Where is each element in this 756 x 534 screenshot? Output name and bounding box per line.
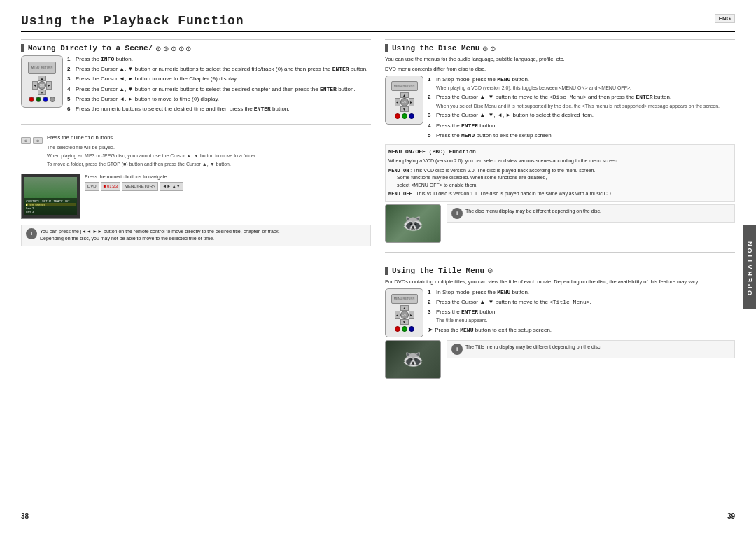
title-disc-icon: ⊙ xyxy=(487,267,493,274)
menu-on-off: MENU ON/OFF (PBC) Function When playing … xyxy=(385,144,735,202)
disc-step-1-note: When playing a VCD (version 2.0), this t… xyxy=(436,85,735,92)
disc-step-3: 3Press the Cursor ▲, ▼, ◄, ► button to s… xyxy=(428,111,735,119)
page-header: Using the Playback Function ENG xyxy=(21,14,735,32)
title-step-3-note: The title menu appears. xyxy=(436,317,735,324)
operation-tab: OPERATION xyxy=(743,225,756,309)
right-column: Using the Disc Menu ⊙ ⊙ You can use the … xyxy=(385,39,735,508)
moving-content: MENU RETURN ▲ ◄ OK ► ▼ xyxy=(21,55,371,115)
disc-icons: ⊙ ⊙ ⊙ ⊙ ⊙ xyxy=(155,45,191,52)
disc-step-2: 2Press the Cursor ▲, ▼ button to move to… xyxy=(428,93,735,109)
page-container: Using the Playback Function ENG Moving D… xyxy=(0,0,756,534)
page-num-right: 39 xyxy=(727,512,735,520)
moving-section: Moving Directly to a Scene/ ⊙ ⊙ ⊙ ⊙ ⊙ ME… xyxy=(21,39,371,115)
steps-list: 1Press the INFO button. 2Press the Curso… xyxy=(67,55,371,113)
moving-section-header: Moving Directly to a Scene/ ⊙ ⊙ ⊙ ⊙ ⊙ xyxy=(21,44,371,52)
title-note: i The Title menu display may be differen… xyxy=(447,340,735,358)
disc-note-icon: i xyxy=(451,208,463,219)
title-steps-list: 1In Stop mode, press the MENU button. 2P… xyxy=(428,288,735,333)
title-arrow-step: ➤ Press the MENU button to exit the setu… xyxy=(428,326,735,333)
remote-illustration: MENU RETURN ▲ ◄ OK ► ▼ xyxy=(21,55,63,108)
step-6: 6Press the numeric buttons to select the… xyxy=(67,105,371,113)
title-menu-section: Using the Title Menu ⊙ For DVDs containi… xyxy=(385,262,735,379)
disc-menu-content: MENU RETURN ▲ ◄ OK ► ▼ xyxy=(385,76,735,142)
note-text-left: You can press the |◄◄|►► button on the r… xyxy=(40,228,280,243)
disc-menu-header: Using the Disc Menu ⊙ ⊙ xyxy=(385,44,735,52)
btn-2: ⊙ xyxy=(33,137,43,144)
disc-menu-title: Using the Disc Menu xyxy=(392,44,479,52)
left-column: Moving Directly to a Scene/ ⊙ ⊙ ⊙ ⊙ ⊙ ME… xyxy=(21,39,371,508)
disc-step-1: 1In Stop mode, press the MENU button. Wh… xyxy=(428,76,735,92)
disc-menu-section: Using the Disc Menu ⊙ ⊙ You can use the … xyxy=(385,39,735,243)
disc-steps-list: 1In Stop mode, press the MENU button. Wh… xyxy=(428,76,735,142)
numeric-section: ⊙ ⊙ Press the numeric buttons. The selec… xyxy=(21,134,371,167)
menu-on-off-header: MENU ON/OFF (PBC) Function xyxy=(388,148,732,156)
step-4: 4Press the Cursor ▲, ▼ button or numeric… xyxy=(67,85,371,93)
step-5: 5Press the Cursor ◄, ► button to move to… xyxy=(67,95,371,103)
lang-badge: ENG xyxy=(715,14,735,23)
numeric-content: ⊙ ⊙ Press the numeric buttons. The selec… xyxy=(21,134,371,167)
title-note-icon: i xyxy=(451,344,463,355)
numeric-note1: The selected file will be played. xyxy=(47,144,371,151)
numeric-info: Press the numeric buttons. The selected … xyxy=(47,134,371,167)
moving-steps: 1Press the INFO button. 2Press the Curso… xyxy=(67,55,371,115)
title-image-area: 🦝 i The Title menu display may be differ… xyxy=(385,340,735,379)
page-num-left: 38 xyxy=(21,512,29,520)
menu-screen-area: CONTROL SETUP TRACK LIST ▶ Item selected… xyxy=(21,174,371,219)
screen-description: Press the numeric buttons to navigate DV… xyxy=(85,174,183,192)
disc-step-5: 5Press the MENU button to exit the setup… xyxy=(428,132,735,139)
step-2: 2Press the Cursor ▲, ▼ button or numeric… xyxy=(67,65,371,73)
numeric-note2: When playing an MP3 or JPEG disc, you ca… xyxy=(47,153,371,160)
remote-title-menu: MENU RETURN ▲ ◄ OK ► ▼ xyxy=(385,288,424,337)
content-area: Moving Directly to a Scene/ ⊙ ⊙ ⊙ ⊙ ⊙ ME… xyxy=(21,39,735,508)
remote-buttons xyxy=(29,97,55,102)
disc-ol: 1In Stop mode, press the MENU button. Wh… xyxy=(428,76,735,140)
title-step-1: 1In Stop mode, press the MENU button. xyxy=(428,288,735,296)
title-note-text: The Title menu display may be different … xyxy=(465,344,601,351)
title-menu-title: Using the Title Menu xyxy=(392,267,484,275)
bottom-note-left: i You can press the |◄◄|►► button on the… xyxy=(21,225,371,246)
title-step-3: 3Press the ENTER button. The title menu … xyxy=(428,308,735,324)
numeric-note3: To move a folder, press the STOP (■) but… xyxy=(47,161,371,168)
numeric-row1: ⊙ ⊙ xyxy=(21,137,43,144)
title-intro: For DVDs containing multiple titles, you… xyxy=(385,278,735,286)
menu-on-off-desc: When playing a VCD (version 2.0), you ca… xyxy=(388,157,732,165)
disc-intro2: DVD menu contents differ from disc to di… xyxy=(385,65,735,73)
remote-screen: MENU RETURN xyxy=(28,62,56,74)
disc-icons-right: ⊙ ⊙ xyxy=(482,45,496,52)
disc-image-area: 🦝 i The disc menu display may be differe… xyxy=(385,204,735,243)
title-menu-content: MENU RETURN ▲ ◄ OK ► ▼ xyxy=(385,288,735,337)
menu-on-label: MENU ON : This VCD disc is version 2.0. … xyxy=(388,167,732,190)
numeric-press-text: Press the numeric buttons. xyxy=(47,134,371,142)
disc-step-2-note: When you select Disc Menu and it is not … xyxy=(436,103,735,110)
title-photo: 🦝 xyxy=(385,340,441,379)
remote-disc-menu: MENU RETURN ▲ ◄ OK ► ▼ xyxy=(385,76,424,125)
btn-1: ⊙ xyxy=(21,137,31,144)
screen-capture: CONTROL SETUP TRACK LIST ▶ Item selected… xyxy=(21,174,80,219)
page-numbers: 38 39 xyxy=(21,512,735,520)
disc-note: i The disc menu display may be different… xyxy=(447,204,735,223)
step-3: 3Press the Cursor ◄, ► button to move to… xyxy=(67,75,371,83)
disc-photo: 🦝 xyxy=(385,204,441,243)
page-title: Using the Playback Function xyxy=(21,14,244,28)
disc-intro: You can use the menus for the audio lang… xyxy=(385,55,735,63)
disc-note-text: The disc menu display may be different d… xyxy=(465,208,601,215)
numeric-icons: ⊙ ⊙ xyxy=(21,134,43,146)
title-step-2: 2Press the Cursor ▲, ▼ button to move to… xyxy=(428,298,735,306)
remote-dpad: ▲ ◄ OK ► ▼ xyxy=(32,76,52,95)
title-menu-header: Using the Title Menu ⊙ xyxy=(385,267,735,275)
disc-step-4: 4Press the ENTER button. xyxy=(428,122,735,129)
moving-section-title: Moving Directly to a Scene/ xyxy=(28,44,153,52)
menu-off-label: MENU OFF : This VCD disc is version 1.1.… xyxy=(388,190,732,198)
note-icon: i xyxy=(26,228,37,239)
step-1: 1Press the INFO button. xyxy=(67,55,371,63)
title-ol: 1In Stop mode, press the MENU button. 2P… xyxy=(428,288,735,324)
